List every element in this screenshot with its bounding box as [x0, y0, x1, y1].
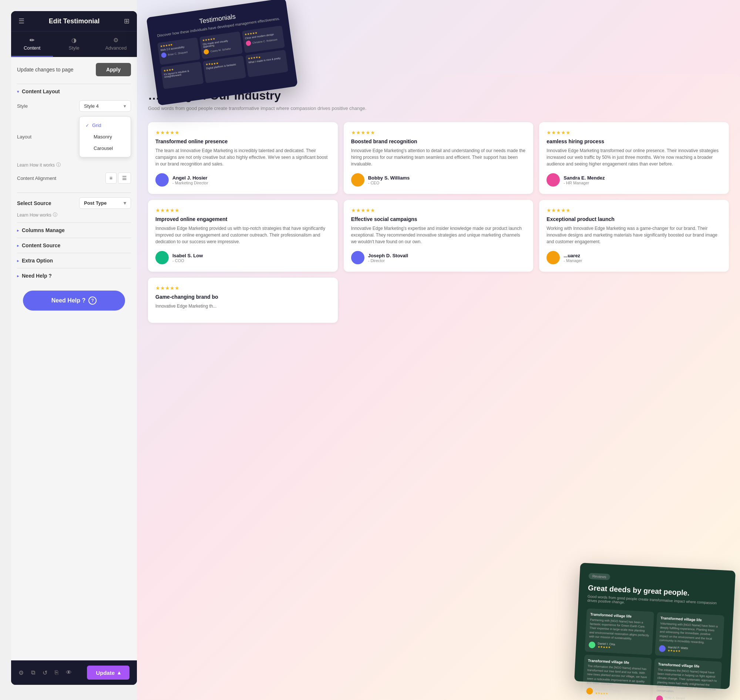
preview-dark-item-5: ★★★★★ Digital platform is fantastic	[203, 56, 246, 83]
testimonial-card-4: ★★★★★ Improved online engagement Innovat…	[148, 200, 338, 272]
select-source-header: Select Source Post Type ▾	[17, 193, 131, 212]
hamburger-icon[interactable]: ☰	[19, 17, 24, 25]
need-help-header: ▸ Need Help ?	[17, 273, 131, 279]
card-title-4: Improved online engagement	[156, 216, 330, 222]
preview-dark-item-6: ★★★★★ What I made is nice & pretty	[245, 50, 289, 77]
apply-button[interactable]: Apply	[96, 63, 131, 76]
layout-row: Layout ✓ Grid Masonry Carousel	[17, 116, 131, 157]
align-left-button[interactable]: ≡	[106, 172, 116, 184]
author-role-6: - Manager	[564, 258, 582, 263]
layout-option-carousel[interactable]: Carousel	[79, 143, 131, 154]
green-avatar-2	[659, 645, 666, 652]
preview-dark-item-2: ★★★★★ Qty made and visually appealing Ca…	[200, 31, 243, 59]
tab-content[interactable]: ✏ Content	[11, 31, 53, 57]
content-layout-content: Style Style 4 ▾ Layout ✓ Grid Masonry	[17, 97, 131, 193]
sidebar-body: Update changes to page Apply ▾ Content L…	[11, 57, 137, 660]
card-author-3: Sandra E. Mendez - HR Manager	[546, 173, 721, 187]
testimonial-card-1: ★★★★★ Transformed online presence The te…	[148, 122, 338, 194]
green-item-4: Transformed village life The initiatives…	[652, 658, 722, 700]
testimonial-card-2: ★★★★★ Boosted brand recognition Innovati…	[344, 122, 533, 194]
content-source-title: Content Source	[22, 243, 60, 249]
testimonials-grid: ★★★★★ Transformed online presence The te…	[148, 122, 729, 323]
copy-footer-icon[interactable]: ⎘	[55, 669, 59, 676]
content-source-arrow: ▸	[17, 244, 19, 248]
tab-style[interactable]: ◑ Style	[53, 31, 95, 57]
green-item-2: Transformed village life Volunteering wi…	[655, 612, 724, 659]
settings-footer-icon[interactable]: ⚙	[19, 669, 23, 676]
testimonial-card-6: ★★★★★ Exceptional product launch Working…	[539, 200, 729, 272]
stars-6: ★★★★★	[546, 207, 721, 213]
update-button[interactable]: Update ▴	[87, 666, 129, 679]
content-source-header: ▸ Content Source	[17, 243, 131, 249]
source-select[interactable]: Post Type ▾	[79, 197, 131, 209]
card-text-2: Innovative Edge Marketing's attention to…	[351, 147, 526, 167]
extra-option-section[interactable]: ▸ Extra Option	[17, 253, 131, 268]
stars-2: ★★★★★	[351, 129, 526, 135]
columns-manage-header: ▸ Columns Manage	[17, 227, 131, 233]
stars-1: ★★★★★	[156, 129, 330, 135]
testimonial-card-7: ★★★★★ Game-changing brand bo Innovative …	[148, 278, 338, 323]
content-layout-header[interactable]: ▾ Content Layout	[17, 84, 131, 97]
layout-dropdown: ✓ Grid Masonry Carousel	[79, 116, 131, 157]
style-select[interactable]: Style 4 ▾	[79, 100, 131, 112]
advanced-tab-icon: ⚙	[113, 37, 118, 44]
eye-footer-icon[interactable]: 👁	[66, 669, 72, 676]
stars-5: ★★★★★	[351, 207, 526, 213]
columns-manage-arrow: ▸	[17, 228, 19, 232]
card-text-6: Working with Innovative Edge Marketing w…	[546, 225, 721, 245]
source-select-arrow: ▾	[123, 200, 126, 206]
align-center-button[interactable]: ☰	[118, 172, 131, 184]
layout-option-masonry[interactable]: Masonry	[79, 131, 131, 143]
layout-carousel-label: Carousel	[94, 146, 113, 151]
author-name-4: Isabel S. Low	[172, 253, 203, 258]
author-name-2: Bobby S. Williams	[368, 175, 410, 181]
alignment-row: Content Alignment ≡ ☰	[17, 172, 131, 184]
need-help-section[interactable]: ▸ Need Help ?	[17, 268, 131, 283]
layout-option-grid[interactable]: ✓ Grid	[79, 119, 131, 131]
source-learn-how-text: Learn How works	[17, 212, 51, 218]
tab-style-label: Style	[69, 45, 79, 51]
style-label: Style	[17, 103, 79, 109]
layers-footer-icon[interactable]: ⧉	[31, 669, 35, 676]
green-avatar-4	[656, 696, 663, 700]
avatar-6	[546, 251, 560, 264]
update-chevron-icon: ▴	[117, 669, 120, 676]
green-item-3: Transformed village life The information…	[582, 654, 652, 700]
card-text-4: Innovative Edge Marketing provided us wi…	[156, 225, 330, 245]
card-title-3: eamless hiring process	[546, 138, 721, 144]
columns-manage-section[interactable]: ▸ Columns Manage	[17, 222, 131, 238]
tab-advanced[interactable]: ⚙ Advanced	[95, 31, 137, 57]
content-source-section[interactable]: ▸ Content Source	[17, 238, 131, 253]
card-title-2: Boosted brand recognition	[351, 138, 526, 144]
need-help-button[interactable]: Need Help ? ?	[23, 291, 125, 310]
extra-option-title: Extra Option	[22, 257, 53, 263]
testimonial-card-5: ★★★★★ Effective social campaigns Innovat…	[344, 200, 533, 272]
preview-dark-item-3: ★★★★★ Clear and modern design Christine …	[242, 25, 285, 53]
history-footer-icon[interactable]: ↺	[43, 669, 47, 676]
content-layout-title: Content Layout	[22, 88, 60, 94]
sidebar-title: Edit Testimonial	[49, 18, 100, 25]
main-subtitle: Good words from good people create trans…	[148, 106, 729, 111]
green-item-author-2: Harold P. Watts ★★★★★	[659, 645, 719, 655]
green-item-author-3: Francisco T. Tolbert ★★★★★	[586, 687, 646, 697]
need-help-title: Need Help ?	[22, 273, 52, 279]
card-author-2: Bobby S. Williams - CEO	[351, 173, 526, 187]
green-avatar-1	[589, 641, 596, 649]
avatar-1	[156, 173, 169, 187]
avatar-2	[351, 173, 364, 187]
card-title-7: Game-changing brand bo	[156, 294, 330, 300]
update-btn-label: Update	[96, 670, 115, 676]
alignment-label: Content Alignment	[17, 175, 106, 181]
layout-masonry-label: Masonry	[94, 134, 112, 140]
info-icon: ⓘ	[56, 162, 61, 168]
stars-7: ★★★★★	[156, 285, 330, 291]
author-role-4: - COO	[172, 258, 203, 263]
grid-icon[interactable]: ⊞	[124, 17, 129, 25]
learn-how-link[interactable]: Learn How it works ⓘ	[17, 162, 131, 168]
author-name-6: ...uarez	[564, 253, 582, 258]
source-learn-how-link[interactable]: Learn How works ⓘ	[17, 212, 131, 218]
avatar-3	[546, 173, 560, 187]
preview-card-green: Reviews Great deeds by great people. Goo…	[574, 563, 736, 689]
content-tab-icon: ✏	[29, 37, 34, 44]
style-row: Style Style 4 ▾	[17, 100, 131, 112]
